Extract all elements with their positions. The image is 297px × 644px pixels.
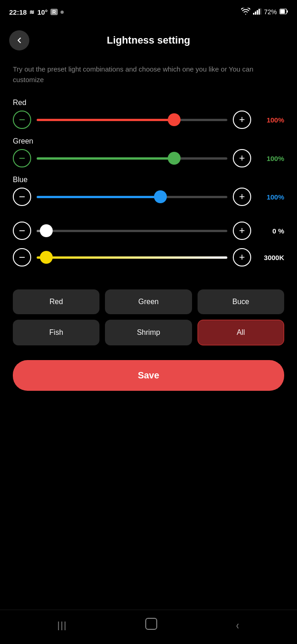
kelvin-slider-thumb (40, 251, 53, 264)
spacer2 (13, 275, 284, 282)
preset-row2: Fish Shrimp All (13, 320, 284, 345)
white-slider-section: − + 0 % (13, 222, 284, 240)
red-slider-thumb (168, 113, 181, 126)
spacer3 (13, 282, 284, 289)
svg-rect-0 (253, 13, 254, 15)
dot (60, 11, 64, 14)
white-slider-track (37, 230, 227, 232)
red-value: 100% (257, 116, 284, 124)
kelvin-plus-button[interactable]: + (233, 248, 251, 266)
blue-value: 100% (257, 193, 284, 201)
blue-slider-row: − + 100% (13, 188, 284, 206)
red-minus-button[interactable]: − (13, 111, 31, 129)
green-slider-row: − + 100% (13, 149, 284, 167)
svg-rect-7 (280, 10, 285, 14)
blue-slider-track (37, 196, 227, 198)
content: Try out the preset light combinations an… (0, 55, 297, 610)
preset-buce-button[interactable]: Buce (198, 289, 284, 314)
blue-slider-thumb (154, 190, 167, 203)
blue-minus-button[interactable]: − (13, 188, 31, 206)
header: Lightness setting (0, 23, 297, 55)
svg-rect-2 (257, 10, 258, 15)
recent-apps-icon[interactable]: ||| (57, 620, 67, 631)
time: 22:18 (9, 8, 27, 16)
spacer1 (13, 214, 284, 222)
svg-rect-4 (260, 8, 261, 15)
back-nav-icon[interactable]: ‹ (236, 618, 239, 633)
status-bar: 22:18 ≋ 10° R 72% (0, 0, 297, 23)
preset-green-button[interactable]: Green (105, 289, 192, 314)
green-slider-track (37, 157, 227, 160)
green-slider-section: Green − + 100% (13, 137, 284, 167)
svg-rect-8 (146, 618, 157, 629)
nav-bar: ||| ‹ (0, 610, 297, 644)
svg-rect-3 (258, 9, 260, 15)
green-label: Green (13, 137, 284, 145)
temp: 10° (37, 8, 48, 16)
red-slider-fill (37, 119, 174, 121)
page-title: Lightness setting (29, 34, 268, 46)
white-value: 0 % (257, 227, 284, 235)
blue-slider-wrapper[interactable] (37, 188, 227, 206)
status-left: 22:18 ≋ 10° R (9, 8, 64, 16)
kelvin-slider-wrapper[interactable] (37, 248, 227, 266)
preset-red-button[interactable]: Red (13, 289, 99, 314)
green-plus-button[interactable]: + (233, 149, 251, 167)
red-slider-wrapper[interactable] (37, 111, 227, 129)
home-icon[interactable] (145, 617, 158, 633)
white-slider-thumb (40, 224, 53, 237)
svg-rect-1 (255, 11, 256, 15)
green-slider-wrapper[interactable] (37, 149, 227, 167)
green-slider-thumb (168, 152, 181, 165)
r-icon: R (50, 9, 58, 15)
description-text: Try out the preset light combinations an… (13, 64, 284, 85)
white-slider-wrapper[interactable] (37, 222, 227, 240)
save-button[interactable]: Save (13, 360, 284, 391)
blue-slider-section: Blue − + 100% (13, 176, 284, 206)
battery-percent: 72% (264, 8, 277, 16)
red-plus-button[interactable]: + (233, 111, 251, 129)
red-label: Red (13, 99, 284, 107)
preset-fish-button[interactable]: Fish (13, 320, 99, 345)
white-plus-button[interactable]: + (233, 222, 251, 240)
preset-all-button[interactable]: All (198, 320, 284, 345)
green-value: 100% (257, 155, 284, 162)
kelvin-minus-button[interactable]: − (13, 248, 31, 266)
blue-plus-button[interactable]: + (233, 188, 251, 206)
signal-icon (253, 8, 261, 16)
signal-bars: ≋ (29, 9, 34, 16)
wifi-icon (241, 8, 250, 17)
white-slider-row: − + 0 % (13, 222, 284, 240)
status-right: 72% (241, 8, 288, 17)
red-slider-track (37, 119, 227, 121)
white-minus-button[interactable]: − (13, 222, 31, 240)
preset-shrimp-button[interactable]: Shrimp (105, 320, 192, 345)
preset-row1: Red Green Buce (13, 289, 284, 314)
kelvin-value: 3000K (257, 254, 284, 261)
back-button[interactable] (9, 30, 29, 50)
red-slider-row: − + 100% (13, 111, 284, 129)
kelvin-slider-row: − + 3000K (13, 248, 284, 266)
blue-label: Blue (13, 176, 284, 184)
green-minus-button[interactable]: − (13, 149, 31, 167)
red-slider-section: Red − + 100% (13, 99, 284, 129)
green-slider-fill (37, 157, 174, 160)
battery-icon (280, 8, 288, 16)
kelvin-slider-track (37, 256, 227, 259)
blue-slider-fill (37, 196, 160, 198)
svg-rect-6 (287, 11, 288, 13)
kelvin-slider-section: − + 3000K (13, 248, 284, 266)
